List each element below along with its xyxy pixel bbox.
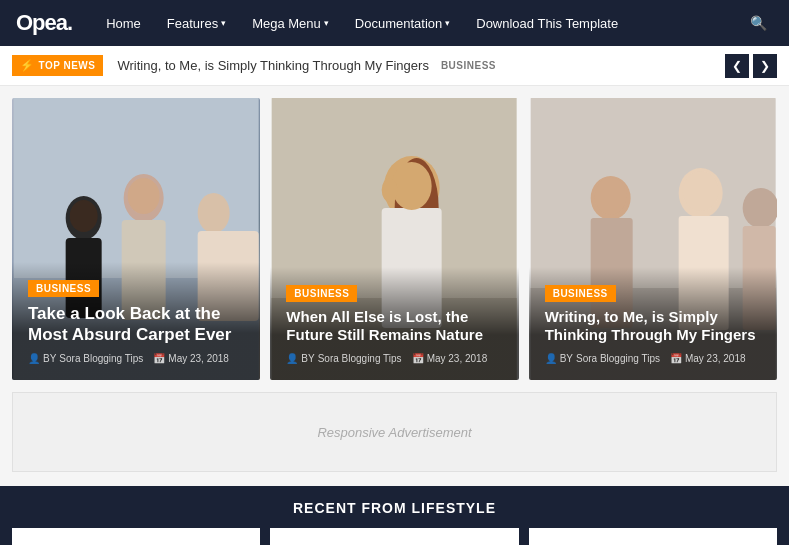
recent-card-1[interactable]: [12, 528, 260, 545]
svg-point-25: [742, 188, 777, 228]
card-meta-1: 👤 BY Sora Blogging Tips 📅 May 23, 2018: [28, 353, 244, 364]
chevron-down-icon: ▾: [221, 18, 226, 28]
card-title-2: When All Else is Lost, the Future Still …: [286, 308, 502, 346]
ticker-next-button[interactable]: ❯: [753, 54, 777, 78]
card-meta-2: 👤 BY Sora Blogging Tips 📅 May 23, 2018: [286, 353, 502, 364]
ticker-nav: ❮ ❯: [725, 54, 777, 78]
ad-text: Responsive Advertisement: [317, 425, 471, 440]
nav-home[interactable]: Home: [96, 10, 151, 37]
svg-point-7: [128, 178, 160, 214]
svg-point-4: [70, 200, 98, 232]
svg-point-8: [198, 193, 230, 233]
ticker-label-text: TOP NEWS: [39, 60, 96, 71]
ticker-bar: ⚡ TOP NEWS Writing, to Me, is Simply Thi…: [0, 46, 789, 86]
search-icon[interactable]: 🔍: [744, 9, 773, 37]
chevron-down-icon: ▾: [324, 18, 329, 28]
card-title-1: Take a Look Back at the Most Absurd Carp…: [28, 303, 244, 346]
card-date-2: May 23, 2018: [427, 353, 488, 364]
card-overlay-2: Business When All Else is Lost, the Futu…: [270, 267, 518, 381]
recent-card-2[interactable]: [270, 528, 518, 545]
card-category-3: Business: [545, 285, 616, 302]
ticker-prev-button[interactable]: ❮: [725, 54, 749, 78]
card-meta-3: 👤 BY Sora Blogging Tips 📅 May 23, 2018: [545, 353, 761, 364]
featured-card-3[interactable]: Business Writing, to Me, is Simply Think…: [529, 98, 777, 380]
card-author-name-3: Sora Blogging Tips: [576, 353, 660, 364]
featured-card-2[interactable]: Business When All Else is Lost, the Futu…: [270, 98, 518, 380]
user-icon: 👤: [545, 353, 557, 364]
card-author-name-2: Sora Blogging Tips: [318, 353, 402, 364]
svg-point-21: [594, 177, 626, 215]
ticker-category: BUSINESS: [441, 60, 496, 71]
ticker-label: ⚡ TOP NEWS: [12, 55, 103, 76]
ad-banner: Responsive Advertisement: [12, 392, 777, 472]
nav-download[interactable]: Download This Template: [466, 10, 628, 37]
nav-features[interactable]: Features ▾: [157, 10, 236, 37]
user-icon: 👤: [286, 353, 298, 364]
recent-section: RECENT FROM LIFESTYLE: [0, 486, 789, 545]
card-date-3: May 23, 2018: [685, 353, 746, 364]
chevron-down-icon: ▾: [445, 18, 450, 28]
svg-point-24: [682, 171, 718, 211]
card-author-name-1: Sora Blogging Tips: [59, 353, 143, 364]
recent-cards: [12, 528, 777, 545]
nav-links: Home Features ▾ Mega Menu ▾ Documentatio…: [96, 10, 744, 37]
card-overlay-3: Business Writing, to Me, is Simply Think…: [529, 267, 777, 381]
site-logo[interactable]: Opea.: [16, 10, 72, 36]
recent-section-title: RECENT FROM LIFESTYLE: [12, 500, 777, 516]
navbar: Opea. Home Features ▾ Mega Menu ▾ Docume…: [0, 0, 789, 46]
lightning-icon: ⚡: [20, 59, 35, 72]
ticker-text: Writing, to Me, is Simply Thinking Throu…: [117, 58, 428, 73]
svg-point-15: [392, 162, 432, 210]
nav-mega-menu[interactable]: Mega Menu ▾: [242, 10, 339, 37]
card-date-1: May 23, 2018: [168, 353, 229, 364]
card-category-2: Business: [286, 285, 357, 302]
calendar-icon: 📅: [670, 353, 682, 364]
card-author-label-3: BY: [560, 353, 573, 364]
calendar-icon: 📅: [153, 353, 165, 364]
card-title-3: Writing, to Me, is Simply Thinking Throu…: [545, 308, 761, 346]
card-author-label-2: BY: [301, 353, 314, 364]
card-category-1: Business: [28, 280, 99, 297]
user-icon: 👤: [28, 353, 40, 364]
recent-card-3[interactable]: [529, 528, 777, 545]
svg-point-16: [382, 178, 398, 202]
nav-documentation[interactable]: Documentation ▾: [345, 10, 460, 37]
featured-cards: Business Take a Look Back at the Most Ab…: [0, 86, 789, 392]
card-overlay-1: Business Take a Look Back at the Most Ab…: [12, 262, 260, 381]
calendar-icon: 📅: [412, 353, 424, 364]
card-author-1: BY: [43, 353, 56, 364]
featured-card-1[interactable]: Business Take a Look Back at the Most Ab…: [12, 98, 260, 380]
